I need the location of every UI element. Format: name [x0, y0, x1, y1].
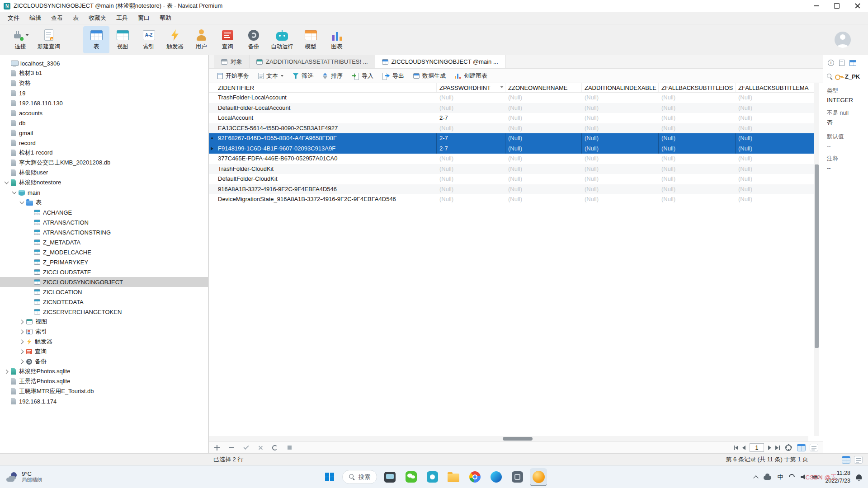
status-grid-icon[interactable]: [842, 456, 850, 464]
table-cell[interactable]: (Null): [505, 113, 582, 123]
document-tab[interactable]: ZADDITIONALASSETATTRIBUTES! ...: [250, 55, 375, 68]
table-cell[interactable]: (Null): [736, 113, 814, 123]
horizontal-scrollbar[interactable]: [209, 436, 808, 441]
table-cell[interactable]: (Null): [659, 93, 736, 103]
settings-gear-icon[interactable]: [785, 445, 792, 451]
tree-expand-arrow-icon[interactable]: [3, 388, 10, 395]
vertical-scrollbar-thumb[interactable]: [815, 164, 819, 348]
discard-changes-button[interactable]: [257, 444, 264, 451]
document-tab[interactable]: 对象: [214, 55, 250, 68]
dropdown-caret-icon[interactable]: [25, 34, 29, 38]
tree-item[interactable]: localhost_3306: [0, 58, 208, 68]
tree-item[interactable]: 19: [0, 88, 208, 98]
menu-item[interactable]: 窗口: [133, 12, 155, 24]
first-page-button[interactable]: [734, 446, 738, 450]
table-cell[interactable]: (Null): [736, 174, 814, 184]
tree-item[interactable]: 检材1-record: [0, 148, 208, 158]
next-page-button[interactable]: [768, 446, 771, 450]
tree-item[interactable]: ZICNOTEDATA: [0, 297, 208, 307]
toolbar-button[interactable]: 表: [83, 26, 109, 53]
tree-expand-arrow-icon[interactable]: [10, 189, 18, 196]
document-tab[interactable]: ZICCLOUDSYNCINGOBJECT @main ...: [375, 55, 505, 68]
taskbar-app-chrome[interactable]: [466, 468, 483, 486]
toolbar-button[interactable]: 触发器: [162, 26, 188, 53]
table-cell[interactable]: (Null): [736, 103, 814, 113]
tray-expand-icon[interactable]: [754, 475, 759, 480]
tree-item[interactable]: 192.168.110.130: [0, 98, 208, 108]
apply-changes-button[interactable]: [242, 444, 250, 451]
table-cell[interactable]: LocalAccount: [215, 113, 437, 123]
taskbar-app-dark[interactable]: [381, 468, 398, 486]
table-cell[interactable]: (Null): [505, 103, 582, 113]
tree-item[interactable]: ATRANSACTION: [0, 217, 208, 227]
tree-item[interactable]: ZICLOCATION: [0, 287, 208, 297]
table-toolbar-button[interactable]: 文本: [254, 70, 288, 82]
table-toolbar-button[interactable]: 排序: [318, 70, 347, 82]
tree-item[interactable]: 视图: [0, 317, 208, 327]
table-row[interactable]: 377C465E-FDFA-446E-B670-052957A01CA0(Nul…: [209, 154, 814, 164]
tree-expand-arrow-icon[interactable]: [3, 70, 10, 77]
table-cell[interactable]: (Null): [582, 133, 659, 144]
tree-expand-arrow-icon[interactable]: [26, 249, 33, 256]
table-cell[interactable]: (Null): [437, 184, 505, 195]
table-toolbar-button[interactable]: 导出: [378, 70, 408, 82]
table-cell[interactable]: 92F68267-B46D-4D55-8B04-A4FA9658FD8F: [215, 133, 437, 144]
table-cell[interactable]: TrashFolder-CloudKit: [215, 164, 437, 174]
table-cell[interactable]: DefaultFolder-LocalAccount: [215, 103, 437, 113]
delete-record-button[interactable]: [228, 444, 235, 451]
start-button[interactable]: [321, 468, 338, 486]
table-cell[interactable]: DeviceMigrationState_916A8A1B-3372-4916-…: [215, 194, 437, 205]
table-cell[interactable]: TrashFolder-LocalAccount: [215, 93, 437, 103]
table-cell[interactable]: (Null): [659, 113, 736, 123]
tree-expand-arrow-icon[interactable]: [18, 318, 26, 325]
tree-item[interactable]: Z_METADATA: [0, 237, 208, 247]
tree-expand-arrow-icon[interactable]: [3, 398, 10, 405]
tree-expand-arrow-icon[interactable]: [26, 209, 33, 216]
tree-item[interactable]: ACHANGE: [0, 207, 208, 217]
tree-expand-arrow-icon[interactable]: [3, 99, 10, 107]
table-toolbar-button[interactable]: 导入: [348, 70, 377, 82]
tree-item[interactable]: 192.168.1.174: [0, 396, 208, 406]
table-cell[interactable]: (Null): [736, 194, 814, 205]
table-cell[interactable]: (Null): [659, 194, 736, 205]
tree-expand-arrow-icon[interactable]: [26, 239, 33, 246]
add-record-button[interactable]: [213, 444, 221, 451]
menu-item[interactable]: 编辑: [24, 12, 46, 24]
table-cell[interactable]: (Null): [505, 93, 582, 103]
tree-expand-arrow-icon[interactable]: [26, 229, 33, 236]
tree-item[interactable]: 李大辉公交巴士KMB_20201208.db: [0, 158, 208, 168]
user-avatar[interactable]: [835, 32, 851, 48]
table-cell[interactable]: 2-7: [437, 144, 505, 154]
previous-page-button[interactable]: [742, 446, 745, 450]
table-toolbar-button[interactable]: 数据生成: [409, 70, 450, 82]
menu-item[interactable]: 收藏夹: [84, 12, 111, 24]
stop-button[interactable]: [286, 444, 293, 451]
table-cell[interactable]: (Null): [736, 154, 814, 164]
table-cell[interactable]: (Null): [582, 93, 659, 103]
tree-item[interactable]: accounts: [0, 108, 208, 118]
table-cell[interactable]: 377C465E-FDFA-446E-B670-052957A01CA0: [215, 154, 437, 164]
page-number-input[interactable]: [750, 443, 764, 452]
menu-item[interactable]: 工具: [111, 12, 133, 24]
table-cell[interactable]: (Null): [505, 144, 582, 154]
tree-item[interactable]: record: [0, 138, 208, 148]
tree-expand-arrow-icon[interactable]: [3, 159, 10, 166]
tree-expand-arrow-icon[interactable]: [3, 139, 10, 146]
taskbar-search[interactable]: 搜索: [342, 470, 377, 484]
table-cell[interactable]: (Null): [736, 93, 814, 103]
table-cell[interactable]: (Null): [736, 164, 814, 174]
info-icon[interactable]: [828, 60, 834, 66]
tree-expand-arrow-icon[interactable]: [18, 338, 26, 345]
table-cell[interactable]: (Null): [582, 164, 659, 174]
menu-item[interactable]: 表: [68, 12, 84, 24]
table-cell[interactable]: (Null): [659, 164, 736, 174]
table-toolbar-button[interactable]: 开始事务: [213, 70, 253, 82]
table-cell[interactable]: 2-7: [437, 113, 505, 123]
tree-expand-arrow-icon[interactable]: [18, 328, 26, 335]
tree-expand-arrow-icon[interactable]: [3, 378, 10, 385]
table-cell[interactable]: (Null): [736, 184, 814, 195]
table-cell[interactable]: (Null): [437, 123, 505, 134]
toolbar-button[interactable]: 模型: [297, 26, 324, 53]
column-header[interactable]: ZADDITIONALINDEXABLE: [582, 83, 659, 92]
table-row[interactable]: DeviceMigrationState_916A8A1B-3372-4916-…: [209, 194, 814, 205]
